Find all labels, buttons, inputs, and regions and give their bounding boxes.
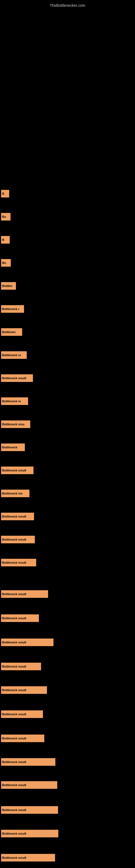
bar-item: Bottleneck re <box>1 351 27 359</box>
bar-item: Bottleneck re <box>1 397 28 405</box>
bottleneck-bar[interactable]: Bottlenec <box>1 328 22 336</box>
bottleneck-bar[interactable]: Bottlen <box>1 282 16 290</box>
bar-item: Bottleneck result <box>1 639 53 646</box>
bar-item: B <box>1 236 10 244</box>
bar-item: Bo <box>1 259 11 267</box>
site-title: TheBottlenecker.com <box>0 1 135 10</box>
bar-item: Bottleneck result <box>1 559 36 566</box>
bar-item: Bottlenec <box>1 328 22 336</box>
bar-item: Bottleneck result <box>1 758 55 766</box>
bottleneck-bar[interactable]: B <box>1 236 10 244</box>
bottleneck-bar[interactable]: Bottleneck result <box>1 559 36 566</box>
bar-item: Bottleneck result <box>1 806 58 814</box>
bottleneck-bar[interactable]: Bottleneck result <box>1 614 39 622</box>
bar-item: Bottleneck result <box>1 513 34 520</box>
bottleneck-bar[interactable]: Bottleneck result <box>1 467 34 474</box>
bar-item: Bottleneck result <box>1 374 33 382</box>
bottleneck-bar[interactable]: Bottleneck result <box>1 663 41 670</box>
bottleneck-bar[interactable]: Bottleneck result <box>1 513 34 520</box>
bar-item: Bottleneck result <box>1 614 39 622</box>
bar-item: Bottleneck result <box>1 686 47 694</box>
bottleneck-bar[interactable]: Bottleneck result <box>1 686 47 694</box>
bottleneck-bar[interactable]: Bottleneck result <box>1 590 48 598</box>
bottleneck-bar[interactable]: Bottleneck result <box>1 781 57 789</box>
bar-item: Bottlen <box>1 282 16 290</box>
bottleneck-bar[interactable]: Bottleneck res <box>1 490 30 497</box>
bar-item: Bottleneck result <box>1 781 57 789</box>
bar-item: Bottleneck result <box>1 590 48 598</box>
bar-item: Bottleneck result <box>1 467 34 474</box>
bottleneck-bar[interactable]: Bo <box>1 259 11 267</box>
bottleneck-bar[interactable]: Bottleneck re <box>1 397 28 405</box>
bottleneck-bar[interactable]: Bottleneck result <box>1 710 43 718</box>
bar-item: Bottleneck result <box>1 710 43 718</box>
bar-item: Bottleneck result <box>1 663 41 670</box>
bar-item: Bo <box>1 213 10 220</box>
bottleneck-bar[interactable]: Bottleneck resu <box>1 421 30 428</box>
bottleneck-bar[interactable]: Bottleneck result <box>1 806 58 814</box>
bar-item: Bottleneck result <box>1 536 35 543</box>
bottleneck-bar[interactable]: B <box>1 190 9 197</box>
bar-item: Bottleneck <box>1 443 25 451</box>
bottleneck-bar[interactable]: Bottleneck result <box>1 735 44 742</box>
bottleneck-bar[interactable]: Bottleneck r <box>1 305 24 313</box>
bar-item: Bottleneck result <box>1 830 58 837</box>
bottleneck-bar[interactable]: Bo <box>1 213 10 220</box>
bottleneck-bar[interactable]: Bottleneck re <box>1 351 27 359</box>
bar-item: B <box>1 190 9 197</box>
bar-item: Bottleneck res <box>1 490 30 497</box>
bottleneck-bar[interactable]: Bottleneck result <box>1 854 55 862</box>
bottleneck-bar[interactable]: Bottleneck result <box>1 830 58 837</box>
bar-item: Bottleneck r <box>1 305 24 313</box>
bar-item: Bottleneck resu <box>1 421 30 428</box>
bottleneck-bar[interactable]: Bottleneck result <box>1 639 53 646</box>
bottleneck-bar[interactable]: Bottleneck result <box>1 536 35 543</box>
bar-item: Bottleneck result <box>1 854 55 862</box>
bottleneck-bar[interactable]: Bottleneck result <box>1 758 55 766</box>
bar-item: Bottleneck result <box>1 735 44 742</box>
bottleneck-bar[interactable]: Bottleneck <box>1 443 25 451</box>
bottleneck-bar[interactable]: Bottleneck result <box>1 374 33 382</box>
